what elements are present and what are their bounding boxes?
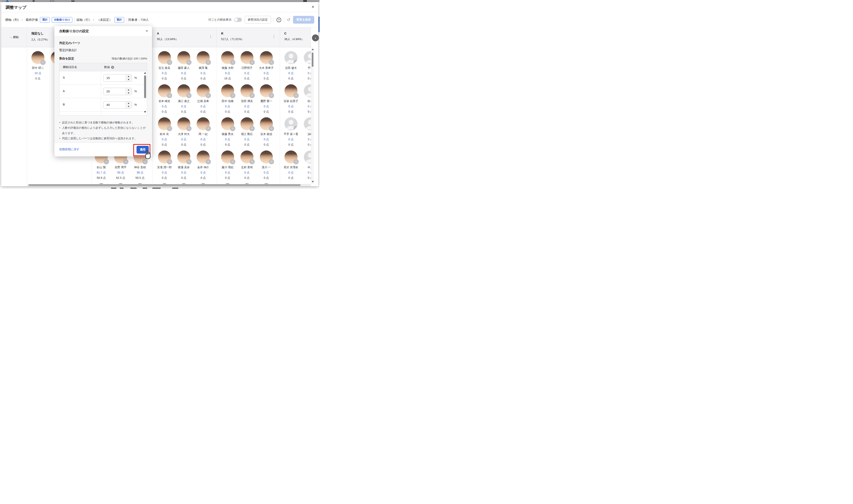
person-card[interactable]: ☆岩本 峻史0 点0 点 bbox=[153, 84, 176, 114]
star-icon[interactable]: ☆ bbox=[206, 159, 211, 164]
person-score-secondary: 0 点 bbox=[192, 143, 214, 147]
save-changes-button[interactable]: 変更を保存 bbox=[293, 16, 314, 24]
star-icon[interactable]: ☆ bbox=[230, 93, 236, 98]
person-card[interactable]: ☆吉田 健太0 点0 点 bbox=[280, 51, 302, 80]
person-card[interactable]: ☆浪川 一0 点0 点 bbox=[255, 150, 278, 180]
star-icon[interactable]: ☆ bbox=[293, 60, 297, 64]
person-score-secondary: 0 点 bbox=[173, 110, 195, 114]
person-card[interactable]: ☆廣澤 隆0 点0 点 bbox=[192, 51, 214, 80]
star-icon[interactable]: ☆ bbox=[167, 60, 172, 65]
person-card[interactable]: ☆宮木 政信0 点0 点 bbox=[255, 117, 278, 147]
person-card[interactable]: ☆中川0 点0 点 bbox=[299, 150, 311, 180]
star-icon[interactable]: ☆ bbox=[293, 93, 299, 98]
star-icon[interactable]: ☆ bbox=[186, 93, 192, 98]
person-card[interactable]: ☆猪瀬 美奈0 点0 点 bbox=[173, 150, 195, 180]
star-icon[interactable]: ☆ bbox=[230, 60, 236, 65]
person-card[interactable]: ☆宮坂 絵里子0 点0 点 bbox=[280, 84, 302, 114]
ratio-value-input[interactable]: 15 bbox=[103, 74, 132, 82]
person-card[interactable]: ☆金井 伸介0 点0 点 bbox=[192, 150, 214, 180]
person-card[interactable]: ☆藤川 理絵0 点0 点 bbox=[216, 150, 239, 180]
star-icon[interactable]: ☆ bbox=[269, 126, 274, 131]
reference-settings-button[interactable]: 参照項目の設定 bbox=[245, 16, 271, 24]
person-card[interactable]: ☆予算0 点0 点 bbox=[299, 51, 311, 80]
row-ratio-toggle[interactable] bbox=[234, 18, 242, 22]
reset-link[interactable]: 初期状態に戻す bbox=[59, 148, 80, 151]
table-scroll-down-arrow[interactable] bbox=[144, 111, 146, 113]
star-icon[interactable]: ☆ bbox=[249, 126, 255, 131]
star-icon[interactable]: ☆ bbox=[249, 159, 255, 164]
star-icon[interactable]: ☆ bbox=[167, 126, 172, 131]
vaxis-select-button[interactable]: 選択 bbox=[114, 17, 124, 23]
star-icon[interactable]: ☆ bbox=[167, 159, 172, 164]
star-icon[interactable]: ☆ bbox=[186, 60, 192, 65]
stepper-up-button[interactable] bbox=[126, 74, 132, 78]
scroll-down-arrow[interactable] bbox=[312, 181, 314, 182]
star-icon[interactable]: ☆ bbox=[230, 159, 236, 164]
person-card[interactable]: ☆安達 潤一郎0 点0 点 bbox=[153, 150, 176, 180]
person-card[interactable]: ☆後藤 秀夫0 点0 点 bbox=[216, 117, 239, 147]
person-card[interactable]: ☆窪田 博美0 点0 点 bbox=[236, 84, 258, 114]
stepper-down-button[interactable] bbox=[126, 105, 132, 108]
person-card[interactable]: ☆岡 一紀0 点0 点 bbox=[192, 117, 214, 147]
vertical-scrollbar-thumb[interactable] bbox=[312, 53, 313, 67]
star-icon[interactable]: ☆ bbox=[206, 126, 211, 131]
star-icon[interactable]: ☆ bbox=[269, 93, 274, 98]
person-card[interactable]: ☆堀江 剛広0 点0 点 bbox=[236, 117, 258, 147]
scroll-up-arrow[interactable] bbox=[312, 49, 314, 50]
star-icon[interactable]: ☆ bbox=[142, 159, 148, 164]
modal-close-icon[interactable]: × bbox=[146, 29, 148, 33]
person-card[interactable]: ☆日野明子0 点0 点 bbox=[236, 51, 258, 80]
person-card[interactable]: ☆溝口 康之0 点0 点 bbox=[173, 84, 195, 114]
star-icon[interactable]: ☆ bbox=[293, 126, 297, 130]
column-menu-icon[interactable]: ⋮ bbox=[209, 34, 212, 39]
person-card[interactable]: ☆松本0 点0 点 bbox=[299, 84, 311, 114]
column-menu-icon[interactable]: ⋮ bbox=[272, 34, 276, 39]
info-icon[interactable]: i bbox=[111, 66, 114, 69]
collapse-panel-button[interactable]: ‹ bbox=[312, 34, 319, 41]
table-scroll-up-arrow[interactable] bbox=[144, 72, 146, 74]
star-icon[interactable]: ☆ bbox=[249, 60, 255, 65]
person-card[interactable]: ☆長沢 友理奈0 点0 点 bbox=[280, 150, 302, 180]
person-card[interactable]: ☆田中 研二10 点0 点 bbox=[27, 51, 49, 80]
star-icon[interactable]: ☆ bbox=[206, 93, 211, 98]
star-icon[interactable]: ☆ bbox=[167, 93, 172, 98]
person-card[interactable]: ☆辻畑 美希0 点0 点 bbox=[192, 84, 214, 114]
person-card[interactable]: ☆大津 幹大0 点0 点 bbox=[173, 117, 195, 147]
star-icon[interactable]: ☆ bbox=[206, 60, 211, 65]
star-icon[interactable]: ☆ bbox=[293, 159, 299, 164]
help-icon[interactable]: ? bbox=[277, 18, 281, 22]
stepper-down-button[interactable] bbox=[126, 78, 132, 82]
auto-assign-button[interactable]: 自動振り分け bbox=[52, 17, 72, 23]
star-icon[interactable]: ☆ bbox=[269, 159, 274, 164]
person-card[interactable]: ☆大木 亜希子0 点0 点 bbox=[255, 51, 278, 80]
table-scrollbar-thumb[interactable] bbox=[144, 75, 146, 98]
person-card[interactable]: ☆浜崎0 点0 点 bbox=[299, 117, 311, 147]
stepper-up-button[interactable] bbox=[126, 88, 132, 91]
person-card[interactable]: ☆鈴木 良0 点0 点 bbox=[153, 117, 176, 147]
person-card[interactable]: ☆平手 菜々香0 点0 点 bbox=[280, 117, 302, 147]
person-card[interactable]: ☆藤田 豪人0 点0 点 bbox=[173, 51, 195, 80]
ratio-value-input[interactable]: 40 bbox=[103, 101, 132, 109]
person-card[interactable]: ☆田中 佳織0 点0 点 bbox=[216, 84, 239, 114]
close-icon[interactable]: × bbox=[312, 4, 314, 10]
star-icon[interactable]: ☆ bbox=[186, 159, 192, 164]
stepper-up-button[interactable] bbox=[126, 102, 132, 105]
apply-button[interactable]: 適用 bbox=[137, 146, 149, 154]
star-icon[interactable]: ☆ bbox=[249, 93, 255, 98]
person-card[interactable]: ☆北村 里咲0 点0 点 bbox=[236, 150, 258, 180]
haxis-select-button[interactable]: 選択 bbox=[40, 17, 50, 23]
ratio-value-input[interactable]: 25 bbox=[103, 88, 132, 95]
horizontal-scrollbar-thumb[interactable] bbox=[29, 184, 300, 186]
person-card[interactable]: ☆後藤 太郎9 点18 点 bbox=[216, 51, 239, 80]
person-card[interactable]: ☆宮元 政美0 点0 点 bbox=[153, 51, 176, 80]
stepper-down-button[interactable] bbox=[126, 91, 132, 95]
ratio-table-row: B40% bbox=[59, 98, 147, 112]
star-icon[interactable]: ☆ bbox=[269, 60, 274, 65]
star-icon[interactable]: ☆ bbox=[230, 126, 236, 131]
star-icon[interactable]: ☆ bbox=[186, 126, 192, 131]
star-icon[interactable]: ☆ bbox=[104, 159, 109, 164]
undo-icon[interactable]: ↺ bbox=[287, 17, 290, 22]
star-icon[interactable]: ☆ bbox=[40, 60, 46, 65]
star-icon[interactable]: ☆ bbox=[123, 159, 128, 164]
person-card[interactable]: ☆鷹野 賢一0 点0 点 bbox=[255, 84, 278, 114]
